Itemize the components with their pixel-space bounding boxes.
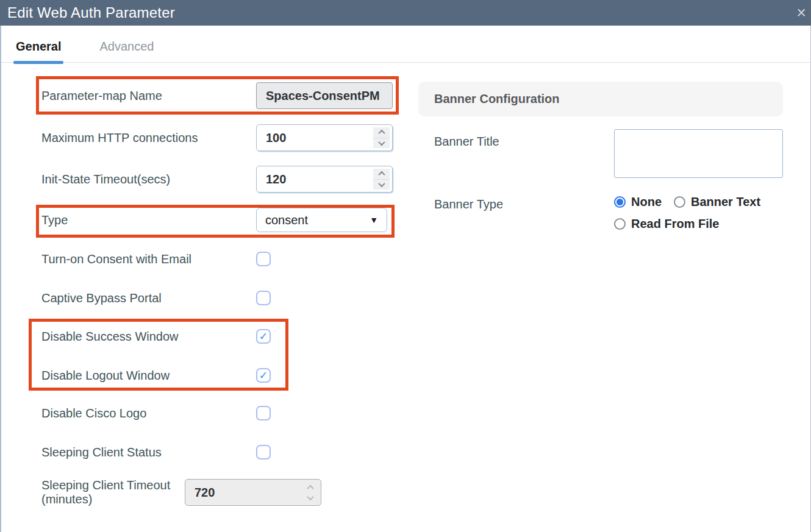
disable-cisco-logo-label: Disable Cisco Logo bbox=[41, 406, 256, 420]
captive-bypass-portal-label: Captive Bypass Portal bbox=[41, 291, 256, 305]
banner-configuration-title: Banner Configuration bbox=[434, 92, 560, 106]
chevron-down-icon: ▼ bbox=[370, 215, 378, 225]
spinner-up-icon[interactable] bbox=[373, 127, 390, 138]
disable-logout-window-label: Disable Logout Window bbox=[41, 369, 256, 383]
disable-success-window-label: Disable Success Window bbox=[41, 330, 256, 344]
sleeping-client-timeout-label: Sleeping Client Timeout (minutes) bbox=[41, 478, 185, 506]
radio-option-banner-text[interactable]: Banner Text bbox=[674, 195, 760, 209]
spinner-down-icon bbox=[302, 492, 318, 503]
check-icon: ✓ bbox=[259, 369, 268, 382]
spinner-up-icon[interactable] bbox=[373, 169, 390, 180]
spinner-control bbox=[373, 127, 390, 148]
radio-label-banner-text: Banner Text bbox=[691, 195, 760, 209]
form-row-sleeping-client-timeout: Sleeping Client Timeout (minutes) 720 bbox=[41, 478, 393, 507]
form-row-max-http-connections: Maximum HTTP connections 100 bbox=[41, 123, 393, 152]
turn-on-consent-email-label: Turn-on Consent with Email bbox=[41, 252, 256, 266]
banner-configuration-section-header: Banner Configuration bbox=[418, 82, 783, 116]
turn-on-consent-email-checkbox[interactable]: ✓ bbox=[256, 252, 271, 266]
radio-label-none: None bbox=[631, 195, 662, 209]
max-http-connections-value: 100 bbox=[266, 131, 286, 145]
form-row-captive-bypass-portal: Captive Bypass Portal ✓ bbox=[41, 283, 393, 313]
banner-type-radio-group: None Banner Text Read From File bbox=[614, 195, 797, 239]
form-row-init-state-timeout: Init-State Timeout(secs) 120 bbox=[41, 165, 393, 194]
tab-bar: General Advanced bbox=[1, 26, 811, 63]
form-row-sleeping-client-status: Sleeping Client Status ✓ bbox=[41, 438, 393, 467]
spinner-control bbox=[302, 482, 318, 503]
radio-icon bbox=[614, 196, 626, 208]
close-icon: × bbox=[796, 4, 806, 22]
check-icon: ✓ bbox=[259, 330, 268, 343]
form-row-disable-cisco-logo: Disable Cisco Logo ✓ bbox=[41, 399, 393, 428]
type-selected-value: consent bbox=[265, 213, 308, 227]
spinner-down-icon[interactable] bbox=[373, 138, 390, 149]
dialog-title: Edit Web Auth Parameter bbox=[7, 4, 175, 21]
radio-label-read-from-file: Read From File bbox=[631, 217, 719, 231]
close-button[interactable]: × bbox=[796, 2, 806, 23]
tab-general[interactable]: General bbox=[13, 40, 63, 62]
disable-cisco-logo-checkbox[interactable]: ✓ bbox=[256, 406, 271, 420]
max-http-connections-label: Maximum HTTP connections bbox=[41, 131, 256, 145]
sleeping-client-timeout-input: 720 bbox=[185, 479, 321, 506]
init-state-timeout-value: 120 bbox=[266, 172, 286, 186]
form-row-disable-success-window: Disable Success Window ✓ bbox=[41, 322, 393, 351]
type-label: Type bbox=[41, 213, 256, 227]
dialog-header: Edit Web Auth Parameter × bbox=[0, 0, 811, 26]
spinner-down-icon[interactable] bbox=[373, 180, 390, 190]
radio-option-read-from-file[interactable]: Read From File bbox=[614, 217, 719, 231]
init-state-timeout-label: Init-State Timeout(secs) bbox=[41, 172, 256, 186]
sleeping-client-timeout-value: 720 bbox=[195, 486, 215, 500]
radio-icon bbox=[614, 218, 626, 230]
init-state-timeout-input[interactable]: 120 bbox=[256, 166, 393, 193]
spinner-up-icon bbox=[302, 482, 318, 492]
form-row-parameter-map-name: Parameter-map Name Spaces-ConsentPM bbox=[41, 81, 393, 110]
spinner-control bbox=[373, 169, 390, 190]
form-row-turn-on-consent-email: Turn-on Consent with Email ✓ bbox=[41, 244, 393, 274]
banner-title-textarea[interactable] bbox=[614, 129, 783, 178]
radio-icon bbox=[674, 196, 685, 208]
form-row-disable-logout-window: Disable Logout Window ✓ bbox=[41, 361, 393, 390]
disable-logout-window-checkbox[interactable]: ✓ bbox=[256, 368, 271, 383]
max-http-connections-input[interactable]: 100 bbox=[256, 124, 393, 151]
banner-type-label: Banner Type bbox=[434, 197, 503, 211]
captive-bypass-portal-checkbox[interactable]: ✓ bbox=[256, 291, 271, 305]
banner-title-label: Banner Title bbox=[434, 135, 499, 149]
radio-option-none[interactable]: None bbox=[614, 195, 662, 209]
parameter-map-name-field: Spaces-ConsentPM bbox=[256, 82, 393, 109]
edit-web-auth-parameter-dialog: Edit Web Auth Parameter × General Advanc… bbox=[0, 0, 811, 532]
sleeping-client-status-checkbox[interactable]: ✓ bbox=[256, 445, 271, 459]
tab-advanced[interactable]: Advanced bbox=[97, 40, 156, 62]
parameter-map-name-value: Spaces-ConsentPM bbox=[266, 89, 380, 103]
type-select[interactable]: consent ▼ bbox=[256, 208, 387, 232]
parameter-map-name-label: Parameter-map Name bbox=[41, 89, 256, 103]
disable-success-window-checkbox[interactable]: ✓ bbox=[256, 329, 271, 344]
form-row-type: Type consent ▼ bbox=[41, 205, 393, 235]
sleeping-client-status-label: Sleeping Client Status bbox=[41, 445, 256, 459]
